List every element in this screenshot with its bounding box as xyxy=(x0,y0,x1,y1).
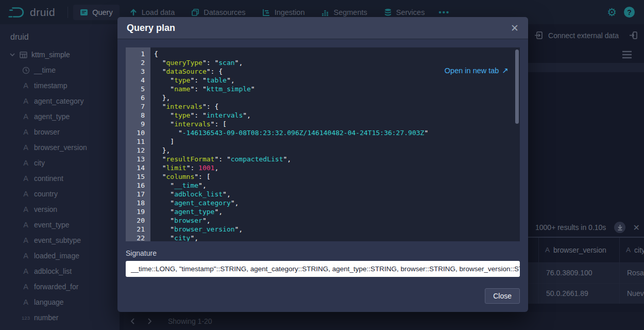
code-line: "agent_type", xyxy=(154,207,520,216)
code-line: }, xyxy=(154,146,520,155)
code-line: "browser", xyxy=(154,216,520,225)
query-plan-code: { "queryType": "scan", "dataSource": { "… xyxy=(150,47,520,241)
code-line: ] xyxy=(154,137,520,146)
code-line: "intervals": { xyxy=(154,102,520,111)
code-line: "resultFormat": "compactedList", xyxy=(154,155,520,163)
code-line: "name": "kttm_simple" xyxy=(154,85,520,93)
code-line: "-146136543-09-08T08:23:32.096Z/14614048… xyxy=(154,128,520,137)
code-line: "adblock_list", xyxy=(154,190,520,199)
druid-console: druid QueryLoad dataDatasourcesIngestion… xyxy=(0,0,644,330)
dialog-footer: Close xyxy=(485,288,520,304)
query-plan-dialog: Query plan ✕ 123456789101112131415161718… xyxy=(117,17,528,312)
code-line: "agent_category", xyxy=(154,199,520,207)
external-arrow-icon: ↗ xyxy=(502,66,509,75)
signature-input[interactable]: __time::LONG, "timestamp"::STRING, agent… xyxy=(126,261,520,277)
code-line: "columns": [ xyxy=(154,172,520,181)
dialog-header: Query plan ✕ xyxy=(117,17,528,39)
code-line: "limit": 1001, xyxy=(154,163,520,172)
code-line: "city", xyxy=(154,234,520,241)
open-in-new-tab-link[interactable]: Open in new tab↗ xyxy=(445,66,509,75)
code-line: "type": "table", xyxy=(154,76,520,85)
line-number-gutter: 1234567891011121314151617181920212223 xyxy=(126,47,150,241)
code-line: { xyxy=(154,50,520,58)
dialog-close-icon[interactable]: ✕ xyxy=(511,23,519,33)
query-plan-editor[interactable]: 1234567891011121314151617181920212223 { … xyxy=(126,47,520,241)
editor-scrollbar[interactable] xyxy=(515,50,519,124)
signature-label: Signature xyxy=(126,249,520,257)
code-line: "browser_version", xyxy=(154,225,520,234)
code-line: "type": "intervals", xyxy=(154,111,520,120)
code-line: "__time", xyxy=(154,181,520,190)
dialog-body: 1234567891011121314151617181920212223 { … xyxy=(126,47,520,277)
close-button[interactable]: Close xyxy=(485,288,520,304)
code-line: "intervals": [ xyxy=(154,120,520,128)
code-line: }, xyxy=(154,93,520,102)
dialog-title: Query plan xyxy=(127,23,175,34)
